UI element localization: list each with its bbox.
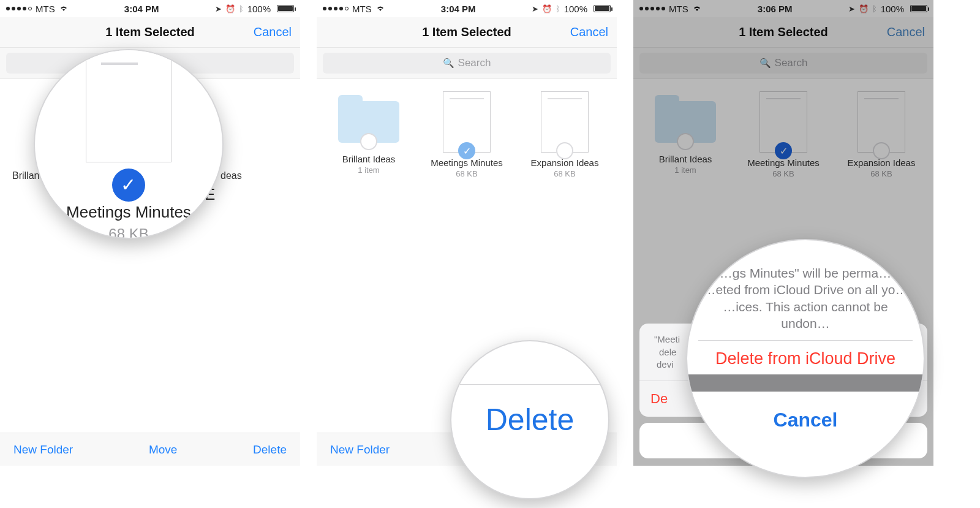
magnifier-delete-button: Delete (450, 340, 609, 499)
battery-icon (594, 5, 611, 12)
location-icon: ➤ (215, 4, 222, 13)
wifi-icon (375, 4, 385, 13)
items-grid: Brillant Ideas 1 item ✓ Meetings Minutes… (317, 79, 617, 178)
status-bar: MTS 3:04 PM ➤ ⏰ ᛒ 100% (0, 0, 300, 17)
nav-title: 1 Item Selected (422, 25, 511, 39)
nav-bar: 1 Item Selected Cancel (0, 17, 300, 48)
cancel-button[interactable]: Cancel (254, 25, 292, 39)
battery-icon (277, 5, 294, 12)
cancel-button[interactable]: Cancel (570, 25, 608, 39)
move-button[interactable]: Move (149, 443, 177, 457)
location-icon: ➤ (532, 4, 538, 13)
magnifier-action-sheet: …gs Minutes" will be perma… …eted from i… (686, 239, 925, 478)
signal-dots-icon (323, 7, 349, 10)
bottom-toolbar: New Folder Move Delete (0, 433, 300, 466)
carrier-label: MTS (352, 4, 372, 14)
item-name-partial-right: deas (221, 170, 242, 181)
alarm-icon: ⏰ (542, 4, 552, 13)
item-file-expansion-ideas[interactable]: Expansion Ideas 68 KB (522, 91, 608, 178)
magnified-delete-label[interactable]: Delete (486, 402, 575, 438)
new-folder-button[interactable]: New Folder (330, 443, 390, 457)
search-placeholder: Search (458, 57, 491, 69)
search-input[interactable]: 🔍 Search (323, 53, 611, 74)
search-bar-container: 🔍 Search (317, 48, 617, 79)
item-sub: 68 KB (522, 169, 608, 178)
status-time: 3:04 PM (441, 4, 476, 14)
status-bar: MTS 3:04 PM ➤ ⏰ ᛒ 100% (317, 0, 617, 17)
item-sub: 68 KB (424, 169, 510, 178)
magnified-sheet-message: …gs Minutes" will be perma… …eted from i… (698, 265, 913, 332)
carrier-label: MTS (36, 4, 55, 14)
selection-circle-empty (556, 142, 573, 159)
selection-check-icon: ✓ (458, 142, 475, 159)
file-page-icon (541, 91, 589, 153)
folder-icon (338, 95, 399, 143)
magnified-delete-from-icloud-button[interactable]: Delete from iCloud Drive (715, 349, 895, 368)
wifi-icon (59, 4, 69, 13)
bluetooth-icon: ᛒ (239, 4, 244, 13)
nav-title: 1 Item Selected (105, 25, 195, 39)
delete-button[interactable]: Delete (253, 443, 287, 457)
file-page-icon: ✓ (443, 91, 491, 153)
item-sub: 1 item (326, 165, 412, 175)
nav-bar: 1 Item Selected Cancel (317, 17, 617, 48)
bluetooth-icon: ᛒ (556, 4, 560, 13)
alarm-icon: ⏰ (225, 4, 235, 13)
item-file-meetings-minutes[interactable]: ✓ Meetings Minutes 68 KB (424, 91, 510, 178)
status-time: 3:04 PM (124, 4, 159, 14)
selection-circle-empty (360, 133, 377, 150)
signal-dots-icon (6, 7, 32, 10)
magnified-item-size: 68 KB (108, 226, 148, 240)
magnified-item-name: Meetings Minutes (66, 203, 191, 222)
selection-check-icon: ✓ (112, 169, 145, 202)
battery-percent: 100% (247, 4, 271, 14)
new-folder-button[interactable]: New Folder (13, 443, 73, 457)
search-icon: 🔍 (443, 58, 454, 69)
item-name: Brillant Ideas (326, 154, 412, 164)
file-page-icon (86, 49, 172, 162)
magnifier-selected-item: ✓ Meetings Minutes 68 KB (34, 49, 224, 239)
item-folder-brillant-ideas[interactable]: Brillant Ideas 1 item (326, 91, 412, 178)
magnified-cancel-button[interactable]: Cancel (774, 409, 838, 431)
battery-percent: 100% (564, 4, 587, 14)
